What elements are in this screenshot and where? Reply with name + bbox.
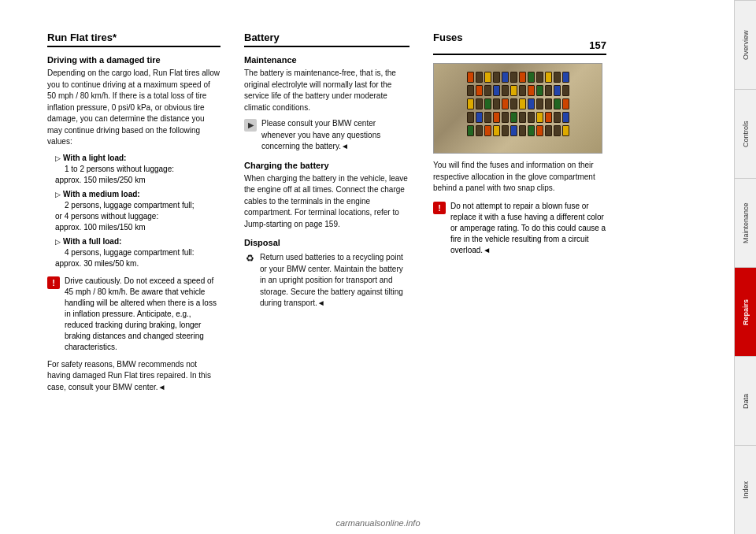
page-container: Run Flat tires* Driving with a damaged t… (0, 0, 756, 534)
fuses-warning-text: Do not attempt to repair a blown fuse or… (450, 201, 606, 256)
fuse-chip (484, 112, 491, 123)
run-flat-title: Run Flat tires* (47, 32, 220, 47)
bullet-full: ▷With a full load: 4 persons, luggage co… (55, 236, 220, 269)
fuses-p1: You will find the fuses and information … (433, 160, 606, 195)
bullet-arrow-3: ▷ (55, 238, 61, 246)
run-flat-p1: Depending on the cargo load, Run Flat ti… (47, 68, 220, 148)
fuse-row-2 (446, 85, 590, 96)
sub-driving-damaged: Driving with a damaged tire (47, 55, 220, 65)
page-number: 157 (589, 39, 606, 51)
fuse-chip (502, 85, 509, 96)
tab-data[interactable]: Data (735, 356, 756, 445)
fuse-chip (528, 112, 535, 123)
run-flat-warning-text: Drive cautiously. Do not exceed a speed … (65, 276, 220, 353)
fuse-chip (545, 125, 552, 136)
battery-p3: Return used batteries to a recycling poi… (260, 252, 410, 310)
fuse-chip (484, 98, 491, 109)
fuse-chip (493, 98, 500, 109)
fuse-chip (536, 85, 543, 96)
bullet-light: ▷With a light load: 1 to 2 persons witho… (55, 153, 220, 186)
fuse-chip (528, 85, 535, 96)
warning-icon-1: ! (47, 276, 60, 289)
fuse-chip (476, 85, 483, 96)
bullet-full-detail: 4 persons, luggage compartment full:appr… (55, 248, 195, 268)
col-run-flat: Run Flat tires* Driving with a damaged t… (47, 32, 236, 518)
bullet-medium: ▷With a medium load: 2 persons, luggage … (55, 189, 220, 233)
fuse-chip (493, 85, 500, 96)
fuse-chip (562, 112, 569, 123)
fuse-chip (545, 112, 552, 123)
fuse-chip (467, 85, 474, 96)
watermark: carmanualsonline.info (335, 518, 420, 528)
sub-disposal: Disposal (244, 238, 410, 247)
fuse-chip (502, 125, 509, 136)
run-flat-p2: For safety reasons, BMW recommends not h… (47, 359, 220, 394)
tab-index[interactable]: Index (735, 445, 756, 534)
fuse-chip (536, 72, 543, 83)
main-content: Run Flat tires* Driving with a damaged t… (0, 0, 734, 534)
sidebar-tabs: Overview Controls Maintenance Repairs Da… (734, 0, 756, 534)
battery-p2: When charging the battery in the vehicle… (244, 173, 410, 231)
fuse-chip (502, 112, 509, 123)
warning-icon-2: ! (433, 202, 446, 214)
fuse-chip (493, 72, 500, 83)
battery-note-text: Please consult your BMW center whenever … (261, 118, 410, 153)
tab-controls[interactable]: Controls (735, 89, 756, 178)
fuse-chip (554, 112, 561, 123)
fuse-chip (545, 72, 552, 83)
fuse-chip (510, 85, 517, 96)
fuse-chip (510, 98, 517, 109)
col-battery: Battery Maintenance The battery is maint… (236, 32, 425, 518)
fuse-chip (519, 98, 526, 109)
fuse-chip (476, 98, 483, 109)
bullet-medium-detail: 2 persons, luggage compartment full;or 4… (55, 201, 195, 232)
fuse-chip (562, 98, 569, 109)
bullet-arrow-1: ▷ (55, 154, 61, 162)
fuse-chip (554, 125, 561, 136)
fuses-header: Fuses 157 (433, 32, 606, 55)
fuse-row-5 (446, 125, 590, 136)
fuse-chip (476, 112, 483, 123)
fuse-chip (493, 112, 500, 123)
col-fuses: Fuses 157 (425, 32, 606, 518)
fuse-chip (519, 72, 526, 83)
run-flat-warning: ! Drive cautiously. Do not exceed a spee… (47, 276, 220, 353)
fuse-chip (467, 72, 474, 83)
fuses-title: Fuses (433, 32, 463, 43)
fuse-chip (528, 72, 535, 83)
fuse-chip (554, 85, 561, 96)
fuse-chip (476, 125, 483, 136)
fuse-chip (545, 98, 552, 109)
fuse-chip (545, 85, 552, 96)
fuse-chip (476, 72, 483, 83)
battery-note: ▶ Please consult your BMW center wheneve… (244, 118, 410, 153)
fuse-chip (510, 112, 517, 123)
bullet-light-detail: 1 to 2 persons without luggage:approx. 1… (55, 165, 174, 184)
fuse-chip (519, 85, 526, 96)
tab-maintenance[interactable]: Maintenance (735, 178, 756, 267)
sub-maintenance: Maintenance (244, 55, 410, 65)
disposal-note: ♻ Return used batteries to a recycling p… (244, 252, 410, 310)
fuse-chip (536, 125, 543, 136)
battery-title: Battery (244, 32, 410, 47)
fuse-chip (467, 125, 474, 136)
fuse-chip (484, 72, 491, 83)
fuse-chip (562, 72, 569, 83)
fuse-chip (502, 72, 509, 83)
fuse-chip (528, 98, 535, 109)
fuse-chip (536, 112, 543, 123)
note-icon-1: ▶ (244, 119, 257, 132)
fuse-chip (536, 98, 543, 109)
fuses-warning: ! Do not attempt to repair a blown fuse … (433, 201, 606, 256)
fuse-chip (484, 85, 491, 96)
fuse-chip (484, 125, 491, 136)
fuse-chip (562, 85, 569, 96)
tab-overview[interactable]: Overview (735, 0, 756, 89)
tab-repairs[interactable]: Repairs (735, 267, 756, 356)
fuse-chip (554, 98, 561, 109)
sub-charging: Charging the battery (244, 161, 410, 170)
fuse-chip (510, 125, 517, 136)
fuse-chip (554, 72, 561, 83)
fuse-chip (467, 112, 474, 123)
bullet-list: ▷With a light load: 1 to 2 persons witho… (47, 153, 220, 269)
